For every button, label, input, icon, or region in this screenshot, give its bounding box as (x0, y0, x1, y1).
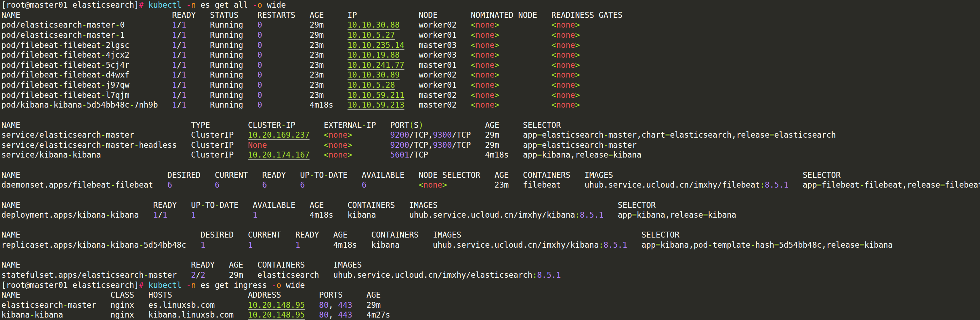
pods-row: pod/elasticsearch-master-1 1/1 Running 0… (2, 30, 980, 40)
daemonsets-row: daemonset.apps/filebeat-filebeat 6 6 6 6… (2, 180, 980, 190)
blank-line (2, 110, 980, 120)
pods-row: pod/filebeat-filebeat-d4wxf 1/1 Running … (2, 70, 980, 80)
pods-row: pod/filebeat-filebeat-5cj4r 1/1 Running … (2, 60, 980, 70)
blank-line (2, 190, 980, 200)
services-header: NAME TYPE CLUSTER-IP EXTERNAL-IP PORT(S)… (2, 120, 980, 130)
services-row: service/elasticsearch-master ClusterIP 1… (2, 130, 980, 140)
blank-line (2, 160, 980, 170)
deployments-row: deployment.apps/kibana-kibana 1/1 1 1 4m… (2, 210, 980, 220)
ingresses-row: kibana-kibana nginx kibana.linuxsb.com 1… (2, 310, 980, 320)
pods-row: pod/filebeat-filebeat-j97qw 1/1 Running … (2, 80, 980, 90)
pods-row: pod/filebeat-filebeat-l7qjm 1/1 Running … (2, 90, 980, 100)
pods-row: pod/kibana-kibana-5d54bb48c-7nh9b 1/1 Ru… (2, 100, 980, 110)
statefulsets-row: statefulset.apps/elasticsearch-master 2/… (2, 270, 980, 280)
replicasets-header: NAME DESIRED CURRENT READY AGE CONTAINER… (2, 230, 980, 240)
terminal-screen: [root@master01 elasticsearch]# kubectl -… (0, 0, 980, 320)
ingresses-row: elasticsearch-master nginx es.linuxsb.co… (2, 300, 980, 310)
replicasets-row: replicaset.apps/kibana-kibana-5d54bb48c … (2, 240, 980, 250)
statefulsets-header: NAME READY AGE CONTAINERS IMAGES (2, 260, 980, 270)
ingresses-header: NAME CLASS HOSTS ADDRESS PORTS AGE (2, 290, 980, 300)
blank-line (2, 250, 980, 260)
command-get-ingress: [root@master01 elasticsearch]# kubectl -… (2, 280, 980, 290)
pods-header: NAME READY STATUS RESTARTS AGE IP NODE N… (2, 10, 980, 20)
deployments-header: NAME READY UP-TO-DATE AVAILABLE AGE CONT… (2, 200, 980, 210)
pods-row: pod/filebeat-filebeat-4jcx2 1/1 Running … (2, 50, 980, 60)
daemonsets-header: NAME DESIRED CURRENT READY UP-TO-DATE AV… (2, 170, 980, 180)
services-row: service/elasticsearch-master-headless Cl… (2, 140, 980, 150)
blank-line (2, 220, 980, 230)
pods-row: pod/elasticsearch-master-0 1/1 Running 0… (2, 20, 980, 30)
services-row: service/kibana-kibana ClusterIP 10.20.17… (2, 150, 980, 160)
pods-row: pod/filebeat-filebeat-2lgsc 1/1 Running … (2, 40, 980, 50)
command-get-all: [root@master01 elasticsearch]# kubectl -… (2, 0, 980, 10)
